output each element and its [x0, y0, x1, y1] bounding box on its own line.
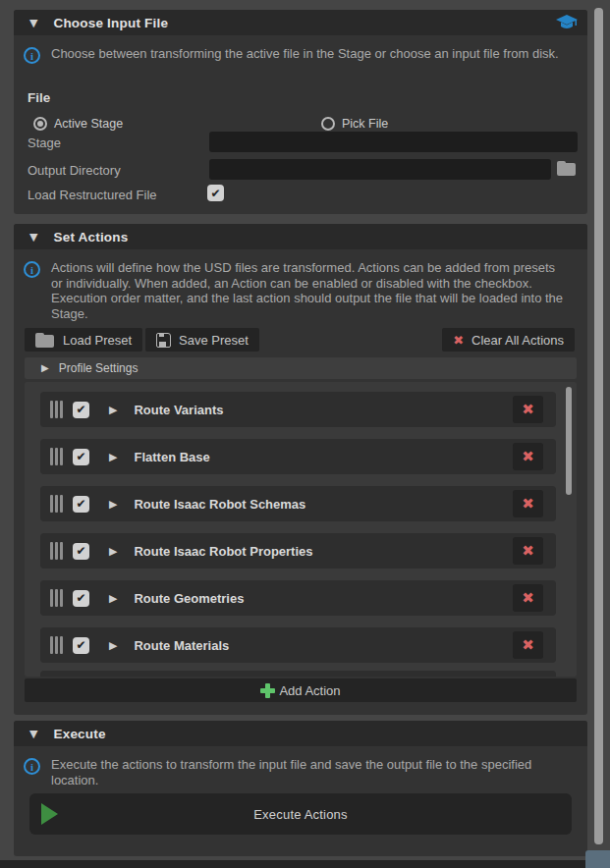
expand-icon[interactable]: ▶ [41, 363, 49, 373]
set-actions-header[interactable]: ▼ Set Actions [14, 224, 587, 249]
action-label: Route Isaac Robot Properties [134, 544, 312, 559]
drag-handle-icon[interactable] [50, 589, 65, 607]
radio-pick-file[interactable]: Pick File [321, 117, 388, 131]
action-row[interactable]: ✔ ▶ Route Geometries ✖ [40, 580, 556, 616]
info-text: Actions will define how the USD files ar… [51, 260, 564, 321]
action-enabled-checkbox[interactable]: ✔ [73, 449, 89, 465]
output-directory-field-label: Output Directory [28, 163, 121, 178]
drag-handle-icon[interactable] [50, 542, 65, 560]
action-row[interactable]: ✔ ▶ Flatten Base ✖ [40, 439, 556, 474]
button-label: Clear All Actions [471, 333, 564, 348]
save-floppy-icon [156, 333, 171, 348]
load-preset-button[interactable]: Load Preset [25, 328, 142, 352]
delete-action-button[interactable]: ✖ [513, 631, 543, 659]
expand-icon[interactable]: ▶ [109, 452, 117, 462]
save-preset-button[interactable]: Save Preset [145, 328, 259, 352]
radio-label: Pick File [342, 117, 388, 131]
clear-all-actions-button[interactable]: ✖ Clear All Actions [442, 328, 575, 352]
resize-corner-grip[interactable] [585, 850, 610, 868]
action-enabled-checkbox[interactable]: ✔ [73, 496, 89, 513]
radio-label: Active Stage [54, 117, 123, 131]
info-text: Execute the actions to transform the inp… [51, 757, 557, 787]
add-action-button[interactable]: Add Action [25, 678, 577, 702]
window-scrollbar[interactable] [594, 8, 603, 844]
plus-icon [260, 683, 275, 698]
horizontal-scrollbar-track[interactable] [0, 860, 610, 868]
collapse-icon[interactable]: ▼ [29, 729, 37, 739]
drag-handle-icon[interactable] [50, 636, 65, 654]
info-text: Choose between transforming the active f… [51, 46, 572, 64]
action-list-scrollbar[interactable] [566, 387, 572, 495]
button-label: Save Preset [179, 333, 249, 348]
load-restructured-label: Load Restructured File [28, 188, 157, 202]
action-enabled-checkbox[interactable]: ✔ [73, 637, 89, 654]
info-icon [24, 261, 40, 278]
tutorial-graduation-cap-icon[interactable] [556, 15, 578, 30]
section-title: Set Actions [53, 230, 128, 244]
action-enabled-checkbox[interactable]: ✔ [73, 543, 89, 560]
expand-icon[interactable]: ▶ [109, 593, 117, 604]
output-directory-input[interactable] [209, 159, 551, 180]
delete-action-button[interactable]: ✖ [513, 537, 543, 565]
action-row-partial[interactable] [40, 671, 556, 677]
action-row[interactable]: ✔ ▶ Route Isaac Robot Properties ✖ [40, 533, 556, 569]
action-label: Route Isaac Robot Schemas [134, 497, 305, 512]
radio-selected-icon[interactable] [33, 117, 47, 131]
section-info: Choose between transforming the active f… [24, 46, 572, 64]
expand-icon[interactable]: ▶ [109, 640, 117, 651]
section-info: Execute the actions to transform the inp… [24, 757, 557, 787]
stage-field-label: Stage [28, 136, 61, 150]
action-row[interactable]: ✔ ▶ Route Variants ✖ [40, 392, 556, 427]
action-label: Flatten Base [134, 450, 209, 464]
action-row[interactable]: ✔ ▶ Route Materials ✖ [40, 627, 556, 663]
execute-header[interactable]: ▼ Execute [14, 721, 587, 746]
check-icon: ✔ [210, 187, 220, 200]
delete-x-icon: ✖ [522, 636, 534, 654]
delete-x-icon: ✖ [522, 542, 534, 560]
drag-handle-icon[interactable] [50, 448, 65, 465]
execute-section: ▼ Execute Execute the actions to transfo… [14, 721, 587, 856]
set-actions-section: ▼ Set Actions Actions will define how th… [14, 224, 587, 715]
button-label: Load Preset [63, 333, 132, 348]
delete-action-button[interactable]: ✖ [513, 584, 543, 612]
info-icon [24, 47, 40, 64]
profile-settings-collapsed[interactable]: ▶ Profile Settings [25, 357, 577, 379]
section-info: Actions will define how the USD files ar… [24, 260, 564, 321]
load-restructured-checkbox[interactable]: ✔ [207, 185, 224, 201]
check-icon: ✔ [76, 638, 85, 652]
delete-action-button[interactable]: ✖ [513, 490, 543, 517]
action-enabled-checkbox[interactable]: ✔ [73, 590, 89, 607]
execute-actions-button[interactable]: Execute Actions [29, 793, 572, 835]
action-list: ✔ ▶ Route Variants ✖ ✔ ▶ Flatten Base ✖ … [25, 382, 577, 677]
action-row[interactable]: ✔ ▶ Route Isaac Robot Schemas ✖ [40, 486, 556, 521]
expand-icon[interactable]: ▶ [109, 499, 117, 510]
collapse-icon[interactable]: ▼ [29, 18, 37, 28]
file-source-radio-group: Active Stage Pick File [14, 117, 587, 133]
clear-x-icon: ✖ [453, 333, 464, 348]
delete-action-button[interactable]: ✖ [513, 443, 543, 470]
info-icon [24, 758, 40, 775]
check-icon: ✔ [76, 497, 85, 511]
button-label: Execute Actions [253, 807, 348, 822]
check-icon: ✔ [76, 403, 85, 416]
delete-x-icon: ✖ [522, 589, 534, 607]
delete-x-icon: ✖ [522, 448, 534, 465]
action-enabled-checkbox[interactable]: ✔ [73, 402, 89, 418]
delete-x-icon: ✖ [522, 401, 534, 418]
browse-folder-icon[interactable] [557, 161, 577, 176]
section-title: Execute [53, 727, 105, 741]
choose-input-file-header[interactable]: ▼ Choose Input File [14, 10, 587, 35]
file-group-label: File [28, 90, 50, 105]
expand-icon[interactable]: ▶ [109, 546, 117, 557]
action-label: Route Materials [134, 638, 229, 653]
drag-handle-icon[interactable] [50, 401, 65, 418]
radio-unselected-icon[interactable] [321, 117, 335, 131]
expand-icon[interactable]: ▶ [109, 405, 117, 415]
action-label: Route Geometries [134, 591, 244, 606]
folder-icon [35, 333, 55, 348]
collapse-icon[interactable]: ▼ [29, 232, 37, 243]
stage-input[interactable] [209, 132, 578, 152]
radio-active-stage[interactable]: Active Stage [33, 117, 123, 131]
drag-handle-icon[interactable] [50, 495, 65, 513]
delete-action-button[interactable]: ✖ [513, 396, 543, 423]
